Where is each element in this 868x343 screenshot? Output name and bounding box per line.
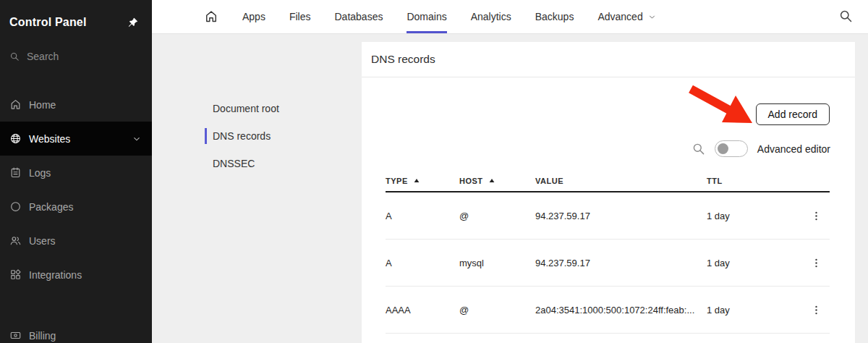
column-header-label: TTL [707,177,723,185]
table-row: Amysql94.237.59.171 day [386,240,830,287]
dns-records-table: TYPEHOSTVALUETTL A@94.237.59.171 dayAmys… [386,170,830,334]
tab-label: Domains [407,11,446,22]
column-header-type[interactable]: TYPE [386,177,459,185]
kebab-icon [810,257,822,269]
subnav-item-document-root[interactable]: Document root [205,101,279,117]
sidebar-item-integrations[interactable]: Integrations [0,258,152,292]
tab-label: Backups [535,11,574,22]
sidebar-item-label: Billing [29,330,56,342]
sidebar-header: Control Panel [9,16,139,29]
column-header-host[interactable]: HOST [459,177,535,185]
table-row: A@94.237.59.171 day [386,192,830,240]
tab-databases[interactable]: Databases [334,0,383,33]
table-header-row: TYPEHOSTVALUETTL [386,170,830,192]
app: Control Panel Search HomeWebsitesLogsPac… [0,0,868,343]
sidebar-item-label: Integrations [29,269,82,281]
topnav-tabs: AppsFilesDatabasesDomainsAnalyticsBackup… [204,0,657,33]
tab-files[interactable]: Files [289,0,311,33]
subnav-item-dns-records[interactable]: DNS records [205,128,279,144]
chevron-down-icon [132,134,142,144]
sidebar-item-home[interactable]: Home [0,88,152,122]
sort-asc-icon [489,178,495,183]
sidebar-item-users[interactable]: Users [0,224,152,258]
logs-icon [9,166,22,179]
table-toolbar: Advanced editor [692,140,830,157]
kebab-icon [810,210,822,222]
search-icon[interactable] [692,142,705,156]
dns-records-panel: DNS records Add record Advanced editor T… [362,42,855,343]
column-header-label: TYPE [386,177,408,185]
sidebar-item-label: Logs [29,167,51,179]
cell-ttl: 1 day [707,305,803,316]
search-icon [9,51,20,62]
sidebar-item-label: Home [29,99,56,111]
sidebar: Control Panel Search HomeWebsitesLogsPac… [0,0,152,343]
cell-ttl: 1 day [707,211,803,221]
cell-host: @ [459,305,535,316]
column-header-ttl: TTL [707,177,803,185]
home-icon[interactable] [204,0,218,33]
tab-label: Databases [334,11,383,22]
cell-value: 2a04:3541:1000:500:1072:24ff:feab:... [535,305,707,316]
column-header-label: VALUE [535,177,563,185]
app-title: Control Panel [9,16,87,29]
panel-header: DNS records [362,42,855,77]
sidebar-item-packages[interactable]: Packages [0,190,152,224]
topbar: AppsFilesDatabasesDomainsAnalyticsBackup… [152,0,868,34]
cell-value: 94.237.59.17 [535,258,707,268]
chevron-down-icon [647,12,657,22]
tab-label: Analytics [471,11,511,22]
home-icon [9,98,22,111]
tab-label: Files [289,11,311,22]
advanced-editor-toggle[interactable] [715,140,748,157]
row-actions-button[interactable] [809,208,824,224]
sidebar-item-websites[interactable]: Websites [0,122,152,156]
tab-label: Advanced [597,11,642,22]
sort-asc-icon [414,178,420,183]
column-header-label: HOST [459,177,483,185]
subnav: Document rootDNS recordsDNSSEC [205,101,279,183]
cell-type: AAAA [386,305,459,316]
table-body: A@94.237.59.171 dayAmysql94.237.59.171 d… [386,192,830,334]
column-header-value: VALUE [535,177,707,185]
tab-backups[interactable]: Backups [535,0,574,33]
cell-ttl: 1 day [707,258,803,268]
billing-icon [9,329,22,342]
sidebar-item-logs[interactable]: Logs [0,156,152,190]
page-title: DNS records [371,53,435,66]
pin-icon[interactable] [127,17,139,29]
tab-analytics[interactable]: Analytics [471,0,511,33]
sidebar-item-label: Users [29,235,56,247]
tab-domains[interactable]: Domains [407,0,446,33]
sidebar-item-billing[interactable]: Billing [0,318,152,343]
tab-apps[interactable]: Apps [242,0,265,33]
kebab-icon [810,304,822,316]
row-actions-button[interactable] [809,255,824,271]
row-actions-button[interactable] [809,302,824,318]
cell-value: 94.237.59.17 [535,211,707,221]
cell-host: @ [459,211,535,221]
packages-icon [9,200,22,213]
tab-label: Apps [242,11,265,22]
cell-type: A [386,211,459,221]
add-record-button[interactable]: Add record [756,103,830,125]
table-row: AAAA@2a04:3541:1000:500:1072:24ff:feab:.… [386,287,830,334]
integrations-icon [9,268,22,281]
search-icon[interactable] [838,9,853,26]
advanced-editor-label: Advanced editor [757,143,830,155]
tab-advanced[interactable]: Advanced [597,0,656,33]
annotation-arrow [687,85,757,124]
sidebar-item-label: Packages [29,201,73,213]
toggle-knob [718,143,728,154]
sidebar-nav: HomeWebsitesLogsPackagesUsersIntegration… [0,88,152,292]
subnav-item-dnssec[interactable]: DNSSEC [205,156,279,172]
sidebar-search[interactable]: Search [9,51,59,62]
cell-type: A [386,258,459,268]
sidebar-item-label: Websites [29,133,70,145]
globe-icon [9,132,22,145]
sidebar-search-label: Search [27,51,59,62]
cell-host: mysql [459,258,535,268]
users-icon [9,234,22,247]
